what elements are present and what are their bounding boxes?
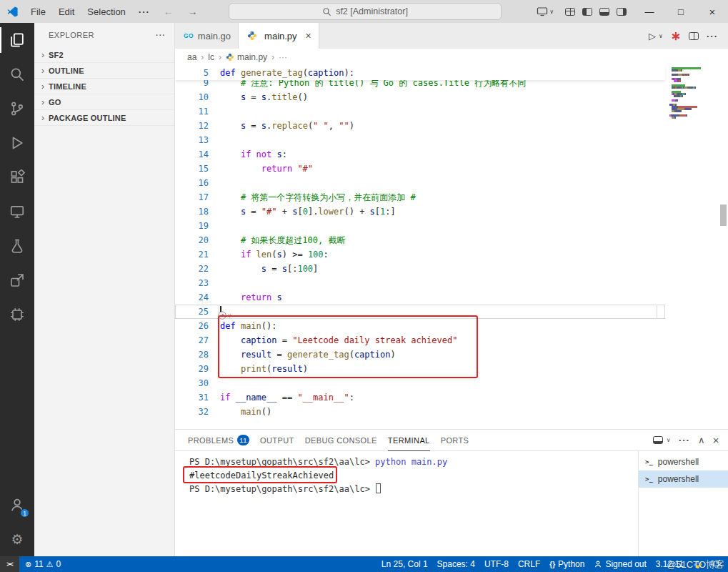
code-line[interactable]: 20 # 如果长度超过100, 截断 xyxy=(175,233,665,247)
code-line[interactable]: 21 if len(s) >= 100: xyxy=(175,247,665,262)
code-line[interactable]: 14 if not s: xyxy=(175,147,665,162)
chevron-right-icon: › xyxy=(37,50,49,60)
editor-scrollbar-thumb[interactable] xyxy=(720,204,727,226)
toggle-panel-icon[interactable] xyxy=(599,8,609,16)
sticky-code-line[interactable]: 5def generate_tag(caption): xyxy=(175,66,665,80)
panel-layout-chevron-icon[interactable]: ∨ xyxy=(667,437,671,443)
tab-main-py[interactable]: main.py × xyxy=(239,23,319,49)
code-line[interactable]: 23 xyxy=(175,276,665,290)
sidebar-section-sf2[interactable]: ›SF2 xyxy=(34,47,174,63)
python-logo-icon[interactable] xyxy=(693,560,702,569)
panel-layout-icon[interactable] xyxy=(653,436,663,444)
status-cursor-position[interactable]: Ln 25, Col 1 xyxy=(382,559,428,569)
terminal-list-item-selected[interactable]: >_ powershell xyxy=(639,470,728,488)
code-line[interactable]: 22 s = s[:100] xyxy=(175,262,665,276)
remote-explorer-icon[interactable] xyxy=(0,194,34,229)
code-line[interactable]: 31if __name__ == "__main__": xyxy=(175,390,665,405)
code-line[interactable]: 15 return "#" xyxy=(175,162,665,176)
chevron-right-icon: › xyxy=(201,52,204,62)
code-line[interactable]: 12 s = s.replace(" ", "") xyxy=(175,119,665,133)
testing-icon[interactable] xyxy=(0,229,34,263)
code-line[interactable]: 16 xyxy=(175,176,665,190)
nav-back-icon[interactable]: ← xyxy=(156,6,181,17)
menu-selection[interactable]: Selection xyxy=(81,6,131,17)
code-line[interactable]: 32 main() xyxy=(175,405,665,419)
maximize-panel-icon[interactable]: ∧ xyxy=(698,435,705,445)
close-panel-icon[interactable]: × xyxy=(713,434,719,446)
code-editor[interactable]: 9 # 注意: Python 的 title() 与 Go 的 cases.Ti… xyxy=(175,66,728,429)
run-button[interactable]: ▷ xyxy=(649,31,656,41)
terminal-list-item[interactable]: >_ powershell xyxy=(639,453,728,470)
terminal-output[interactable]: PS D:\mysetup\gopath\src\sf2\aa\lc> pyth… xyxy=(175,451,638,556)
split-editor-icon[interactable] xyxy=(689,32,699,40)
screen-share-icon[interactable]: ∨ xyxy=(537,6,554,17)
remote-indicator[interactable]: >< xyxy=(0,556,19,572)
search-sidebar-icon[interactable] xyxy=(0,57,34,92)
panel-more-actions-icon[interactable]: ··· xyxy=(679,435,690,445)
minimize-button[interactable]: — xyxy=(634,0,665,23)
run-dropdown-icon[interactable]: ∨ xyxy=(659,33,663,39)
notifications-bell-icon[interactable] xyxy=(712,560,721,569)
minimap[interactable] xyxy=(665,67,718,119)
tab-debug-console[interactable]: DEBUG CONSOLE xyxy=(305,430,377,451)
breadcrumb-item-file[interactable]: main.py xyxy=(237,52,267,62)
accounts-icon[interactable]: 1 xyxy=(0,488,34,522)
code-line[interactable]: 10 s = s.title() xyxy=(175,90,665,104)
problems-status[interactable]: ⊗11 ⚠0 xyxy=(19,556,66,572)
tab-problems[interactable]: PROBLEMS11 xyxy=(188,430,249,451)
code-line[interactable]: 19 xyxy=(175,219,665,233)
code-line[interactable]: 13 xyxy=(175,133,665,147)
settings-gear-icon[interactable]: ⚙ xyxy=(0,522,34,556)
status-language-label: Python xyxy=(558,559,584,569)
breadcrumb-more[interactable]: ··· xyxy=(279,52,287,62)
menu-edit[interactable]: Edit xyxy=(52,6,81,17)
sidebar-section-go[interactable]: ›GO xyxy=(34,94,174,110)
customize-layout-icon[interactable] xyxy=(565,8,575,16)
code-line[interactable]: 30 xyxy=(175,376,665,390)
tab-terminal[interactable]: TERMINAL xyxy=(388,430,430,451)
breadcrumb-item-aa[interactable]: aa xyxy=(187,52,196,62)
code-runner-icon[interactable]: ∗ xyxy=(671,30,681,42)
command-center-search[interactable]: sf2 [Administrator] xyxy=(229,3,502,20)
status-language[interactable]: {} Python xyxy=(549,559,584,569)
sidebar-section-package-outline[interactable]: ›PACKAGE OUTLINE xyxy=(34,110,174,126)
toggle-secondary-sidebar-icon[interactable] xyxy=(617,8,627,16)
code-line[interactable]: 29 print(result) xyxy=(175,362,665,376)
tab-output[interactable]: OUTPUT xyxy=(260,430,294,451)
export-tool-icon[interactable] xyxy=(0,263,34,297)
explorer-icon[interactable] xyxy=(0,23,34,57)
breadcrumb-item-lc[interactable]: lc xyxy=(208,52,214,62)
status-eol[interactable]: CRLF xyxy=(518,559,540,569)
menu-file[interactable]: File xyxy=(24,6,52,17)
code-line[interactable]: 24 return s xyxy=(175,290,665,305)
code-line[interactable]: 27 caption = "Leetcode daily streak achi… xyxy=(175,333,665,347)
code-line[interactable]: 18 s = "#" + s[0].lower() + s[1:] xyxy=(175,204,665,219)
sidebar-more-actions-icon[interactable]: ··· xyxy=(156,31,166,39)
code-line[interactable]: 11 xyxy=(175,104,665,119)
run-debug-icon[interactable] xyxy=(0,126,34,160)
sidebar-section-outline[interactable]: ›OUTLINE xyxy=(34,63,174,79)
tab-main-go[interactable]: GO main.go xyxy=(175,23,239,49)
status-encoding[interactable]: UTF-8 xyxy=(484,559,509,569)
inline-chat-icon[interactable]: ∨ xyxy=(218,311,231,320)
maximize-button[interactable]: □ xyxy=(665,0,697,23)
status-signed-out[interactable]: Signed out xyxy=(594,559,646,569)
extensions-icon[interactable] xyxy=(0,160,34,194)
titlebar: File Edit Selection ··· ← → sf2 [Adminis… xyxy=(0,0,728,23)
sidebar-section-timeline[interactable]: ›TIMELINE xyxy=(34,79,174,94)
status-indentation[interactable]: Spaces: 4 xyxy=(437,559,475,569)
editor-more-actions-icon[interactable]: ··· xyxy=(707,31,718,41)
chip-tool-icon[interactable] xyxy=(0,297,34,332)
toggle-sidebar-icon[interactable] xyxy=(582,8,592,16)
close-tab-icon[interactable]: × xyxy=(306,30,311,41)
nav-forward-icon[interactable]: → xyxy=(181,6,205,17)
code-line[interactable]: 17 # 将第一个字符转换为小写，并在前面添加 # xyxy=(175,190,665,204)
source-control-icon[interactable] xyxy=(0,92,34,126)
code-line[interactable]: 25 xyxy=(175,305,665,319)
code-line[interactable]: 28 result = generate_tag(caption) xyxy=(175,347,665,362)
menu-more-icon[interactable]: ··· xyxy=(132,6,156,17)
status-python-version[interactable]: 3.12.11 xyxy=(656,559,684,569)
close-button[interactable]: × xyxy=(697,0,728,23)
code-line[interactable]: 26def main(): xyxy=(175,319,665,333)
tab-ports[interactable]: PORTS xyxy=(441,430,469,451)
